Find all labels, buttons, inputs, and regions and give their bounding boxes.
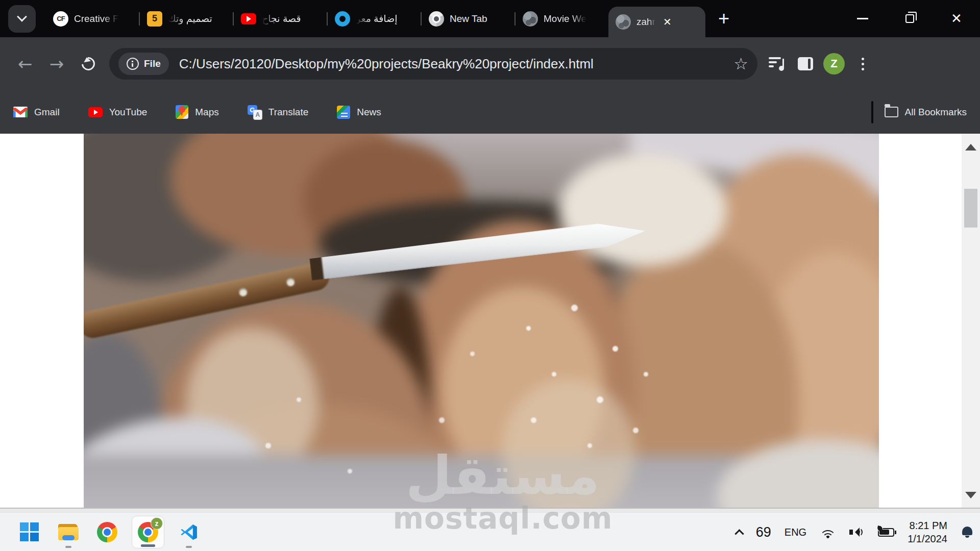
media-controls-button[interactable]	[763, 49, 791, 78]
bookmark-gmail[interactable]: Gmail	[13, 107, 60, 118]
window-controls: ✕	[839, 0, 980, 37]
page-viewport	[0, 134, 980, 508]
vscode-icon	[179, 522, 199, 542]
scrollbar-thumb[interactable]	[964, 189, 977, 228]
tray-overflow-chevron-icon[interactable]	[734, 529, 744, 538]
gmail-icon	[13, 107, 28, 117]
url-text[interactable]: C:/Users/20120/Desktop/my%20projects/Bea…	[179, 56, 729, 72]
reload-button[interactable]	[72, 48, 104, 80]
tab-label: zahr	[636, 16, 655, 28]
bookmark-maps[interactable]: Maps	[176, 105, 218, 119]
clock[interactable]: 8:21 PM 1/1/2024	[908, 519, 947, 545]
maps-icon	[176, 105, 188, 119]
restore-icon	[905, 14, 914, 23]
close-button[interactable]: ✕	[933, 0, 980, 37]
tab-new-tab[interactable]: New Tab	[422, 0, 514, 37]
bookmarks-bar: Gmail YouTube Maps G A Translate News Al…	[0, 90, 980, 134]
close-icon: ✕	[951, 11, 962, 27]
folder-icon	[885, 107, 898, 117]
reload-icon	[79, 55, 98, 73]
tab-label: تصميم وتك	[168, 13, 212, 24]
language-indicator[interactable]: ENG	[785, 527, 806, 538]
forward-button[interactable]: →	[41, 48, 72, 80]
kebab-menu-icon	[862, 58, 864, 70]
system-tray: 69 ENG 8:21 PM 1/1/2024	[736, 513, 974, 551]
forward-icon: →	[50, 54, 64, 74]
address-bar[interactable]: File C:/Users/20120/Desktop/my%20project…	[109, 48, 757, 80]
side-panel-button[interactable]	[791, 49, 820, 78]
volume-icon[interactable]	[849, 526, 865, 538]
scroll-down-arrow[interactable]	[965, 492, 976, 498]
energy-saver-leaf-icon	[876, 525, 884, 532]
profile-button[interactable]: Z	[820, 49, 848, 78]
tab-movie[interactable]: Movie We	[516, 0, 608, 37]
chrome-logo-icon	[429, 11, 444, 27]
separator	[871, 101, 873, 123]
running-indicator	[65, 546, 71, 548]
vscode-button[interactable]	[175, 515, 203, 549]
minimize-button[interactable]	[839, 0, 886, 37]
bookmark-label: Gmail	[34, 107, 60, 118]
tab-close-icon[interactable]: ✕	[663, 16, 672, 28]
bakery-photo	[84, 134, 879, 508]
wifi-icon[interactable]	[820, 526, 836, 538]
bookmark-label: YouTube	[109, 107, 148, 118]
file-chip-label: File	[144, 58, 161, 69]
media-controls-icon	[769, 57, 785, 71]
battery-icon[interactable]	[878, 528, 894, 537]
tray-time: 8:21 PM	[908, 519, 947, 532]
bookmark-label: Maps	[195, 107, 218, 118]
file-explorer-button[interactable]	[54, 515, 83, 549]
chrome-profile-button-active[interactable]: z	[132, 516, 164, 548]
windows-logo-icon	[20, 522, 39, 542]
tab-label: Movie We	[544, 13, 586, 24]
file-chip[interactable]: File	[118, 53, 169, 75]
bookmarks-right: All Bookmarks	[871, 101, 967, 123]
tab-label: New Tab	[450, 13, 487, 24]
knife-rivet	[286, 278, 296, 287]
profile-badge: z	[151, 517, 163, 530]
translate-icon: G A	[248, 105, 262, 119]
menu-button[interactable]	[848, 49, 877, 78]
knife-rivet	[238, 287, 248, 297]
browser-toolbar: ← → File C:/Users/20120/Desktop/my%20pro…	[0, 37, 980, 90]
file-explorer-icon	[58, 523, 79, 541]
chrome-button[interactable]	[93, 515, 121, 549]
bookmark-star-icon[interactable]: ☆	[733, 54, 748, 73]
tab-addition[interactable]: إضافة معر	[328, 0, 421, 37]
scroll-up-arrow[interactable]	[965, 144, 976, 151]
window-bottom-edge	[0, 508, 980, 512]
bookmark-youtube[interactable]: YouTube	[88, 107, 148, 118]
tab-search-button[interactable]	[8, 5, 36, 33]
windows-taskbar: z 69 ENG 8:21 PM 1/1/2024	[0, 512, 980, 551]
restore-button[interactable]	[886, 0, 933, 37]
notification-bell-icon[interactable]	[961, 525, 974, 539]
new-tab-button[interactable]: +	[710, 6, 737, 32]
tray-number[interactable]: 69	[756, 524, 771, 540]
globe-icon	[523, 11, 538, 27]
info-icon	[127, 58, 139, 70]
chrome-icon	[97, 522, 117, 542]
news-icon	[337, 106, 350, 119]
bookmark-translate[interactable]: G A Translate	[248, 105, 309, 119]
tab-creative[interactable]: CF Creative F	[46, 0, 139, 37]
bookmark-label: Translate	[268, 107, 309, 118]
back-icon: ←	[18, 54, 33, 74]
powdered-sugar-specks	[84, 134, 85, 135]
start-button[interactable]	[15, 515, 44, 549]
all-bookmarks-button[interactable]: All Bookmarks	[885, 107, 967, 118]
page-scrollbar[interactable]	[962, 134, 980, 508]
screen: CF Creative F 5 تصميم وتك قصة نجاح إضافة…	[0, 0, 980, 551]
bookmark-news[interactable]: News	[337, 106, 381, 119]
tab-label: قصة نجاح	[262, 13, 301, 24]
tab-zahr-active[interactable]: zahr ✕	[608, 7, 705, 37]
tab-label: إضافة معر	[356, 13, 398, 24]
blue-ring-icon	[335, 11, 350, 27]
back-button[interactable]: ←	[9, 48, 41, 80]
tab-khamsat[interactable]: 5 تصميم وتك	[140, 0, 233, 37]
bookmark-label: News	[357, 107, 381, 118]
tab-youtube[interactable]: قصة نجاح	[234, 0, 327, 37]
khamsat-icon: 5	[147, 11, 162, 27]
youtube-icon	[241, 13, 256, 24]
tray-date: 1/1/2024	[908, 532, 947, 545]
